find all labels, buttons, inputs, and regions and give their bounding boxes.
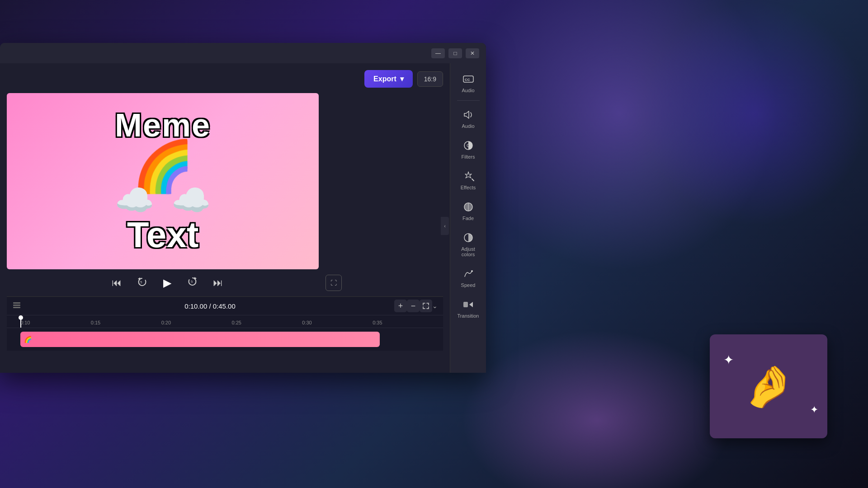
sidebar-collapse-button[interactable]: ‹ (441, 217, 449, 235)
time-total: 0:45.00 (213, 302, 236, 310)
top-bar: Export ▾ 16:9 (7, 70, 443, 88)
sparkle-icon-2: ✦ (810, 404, 818, 416)
fade-icon (462, 200, 475, 214)
play-icon: ▶ (163, 277, 171, 289)
timeline-chevron-button[interactable]: ⌄ (432, 302, 438, 310)
app-window: — □ ✕ Export ▾ 16:9 Meme 🌈 ☁️ ☁️ (0, 43, 486, 373)
ruler-mark-0: 0:10 (20, 320, 30, 325)
sidebar-label-audio-cc: Audio (462, 88, 474, 93)
sidebar-item-adjust-colors[interactable]: Adjust colors (453, 226, 484, 262)
time-display: 0:10.00 / 0:45.00 (26, 302, 394, 310)
svg-text:5: 5 (191, 280, 193, 284)
sidebar-label-adjust-colors: Adjust colors (455, 246, 482, 257)
sidebar-item-filters[interactable]: Filters (453, 134, 484, 164)
close-button[interactable]: ✕ (466, 48, 479, 58)
title-bar: — □ ✕ (0, 43, 486, 63)
rewind-button[interactable]: 5 (134, 275, 150, 291)
fullscreen-icon: ⛶ (330, 279, 337, 286)
export-button[interactable]: Export ▾ (364, 70, 413, 88)
svg-text:5: 5 (140, 280, 142, 284)
transition-icon (462, 298, 475, 311)
skip-forward-button[interactable]: ⏭ (210, 275, 226, 291)
aspect-ratio-badge[interactable]: 16:9 (417, 71, 443, 87)
forward-button[interactable]: 5 (184, 275, 201, 291)
timeline-header: 0:10.00 / 0:45.00 + − ⌄ (7, 297, 443, 315)
clip-preview-icon: 🌈 (24, 336, 32, 343)
sidebar-item-audio-cc[interactable]: CC Audio (453, 68, 484, 98)
play-button[interactable]: ▶ (159, 275, 175, 291)
svg-point-15 (471, 270, 473, 272)
svg-line-11 (472, 179, 474, 181)
speed-icon (462, 267, 475, 281)
forward-icon: 5 (187, 276, 198, 290)
zoom-fit-button[interactable] (420, 300, 432, 312)
sidebar-item-fade[interactable]: Fade (453, 196, 484, 225)
track-icon (12, 300, 26, 311)
track-content[interactable]: 🌈 (20, 328, 443, 351)
sidebar-label-effects: Effects (461, 185, 476, 190)
time-current: 0:10.00 (184, 302, 207, 310)
ruler-mark-1: 0:15 (91, 320, 100, 325)
svg-rect-6 (13, 307, 20, 308)
sidebar-item-speed[interactable]: Speed (453, 263, 484, 292)
timeline-add-button[interactable]: + (394, 300, 407, 312)
track-row-1: 🌈 (7, 328, 443, 351)
sidebar-label-fade: Fade (462, 216, 474, 221)
audio-vol-icon (462, 108, 475, 122)
video-section: Export ▾ 16:9 Meme 🌈 ☁️ ☁️ Text ⏮ (0, 63, 450, 373)
ruler-mark-4: 0:30 (302, 320, 311, 325)
preview-card: ✦ ✦ 🤌 (710, 334, 827, 438)
effects-icon (462, 169, 475, 183)
svg-rect-4 (13, 302, 20, 304)
time-separator: / (209, 302, 212, 310)
sidebar-item-effects[interactable]: Effects (453, 165, 484, 195)
sidebar-label-audio-vol: Audio (462, 123, 474, 129)
content-area: Export ▾ 16:9 Meme 🌈 ☁️ ☁️ Text ⏮ (0, 63, 486, 373)
right-sidebar: CC Audio Audio (450, 63, 486, 373)
skip-forward-icon: ⏭ (213, 277, 223, 289)
adjust-colors-icon (462, 231, 475, 244)
sparkle-icon-1: ✦ (723, 352, 734, 367)
meme-title-bottom: Text (7, 214, 319, 256)
playback-controls: ⏮ 5 ▶ (7, 269, 443, 296)
skip-back-button[interactable]: ⏮ (108, 275, 125, 291)
svg-rect-16 (463, 302, 468, 307)
track-label (7, 328, 20, 351)
collapse-button-wrapper: ‹ (441, 217, 449, 235)
filters-icon (462, 139, 475, 152)
sidebar-item-audio-vol[interactable]: Audio (453, 103, 484, 133)
sidebar-label-transition: Transition (458, 313, 479, 319)
rainbow-scene: 🌈 ☁️ ☁️ (115, 139, 211, 216)
track-clip-1[interactable]: 🌈 (20, 332, 380, 347)
maximize-button[interactable]: □ (448, 48, 462, 58)
rewind-icon: 5 (136, 276, 148, 290)
fullscreen-button[interactable]: ⛶ (326, 275, 342, 291)
ruler-mark-5: 0:35 (373, 320, 382, 325)
cc-icon: CC (462, 72, 475, 86)
preview-card-inner: ✦ ✦ 🤌 (710, 334, 827, 438)
bg-blob-2 (642, 0, 868, 226)
skip-back-icon: ⏮ (112, 277, 122, 289)
ruler-mark-3: 0:25 (231, 320, 241, 325)
svg-rect-5 (13, 305, 20, 306)
timeline-section: 0:10.00 / 0:45.00 + − ⌄ (7, 296, 443, 351)
export-label: Export (373, 75, 396, 83)
video-canvas: Meme 🌈 ☁️ ☁️ Text (7, 93, 319, 269)
svg-text:CC: CC (465, 78, 470, 82)
sidebar-label-speed: Speed (461, 282, 476, 288)
sidebar-label-filters: Filters (462, 154, 475, 160)
sidebar-item-transition[interactable]: Transition (453, 293, 484, 323)
export-chevron-icon: ▾ (400, 75, 404, 83)
sidebar-divider-1 (457, 100, 480, 101)
ruler-mark-2: 0:20 (161, 320, 171, 325)
minimize-button[interactable]: — (431, 48, 445, 58)
character-emoji: 🤌 (743, 366, 794, 407)
zoom-out-button[interactable]: − (407, 300, 420, 312)
